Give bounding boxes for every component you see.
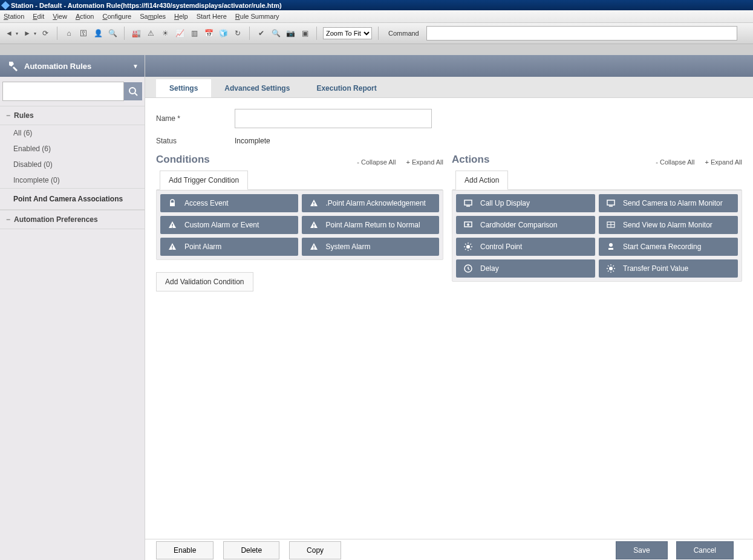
sidebar-item-assoc[interactable]: Point And Camera Associations: [0, 188, 145, 210]
chart-icon[interactable]: 📈: [174, 28, 185, 39]
key-icon[interactable]: ⚿: [78, 28, 89, 39]
menu-station[interactable]: Station: [4, 13, 24, 20]
action-item-label: Transfer Point Value: [623, 264, 688, 273]
action-item-1[interactable]: Send Camera to Alarm Monitor: [599, 194, 738, 212]
condition-item-label: Custom Alarm or Event: [184, 221, 259, 229]
cancel-button[interactable]: Cancel: [676, 541, 734, 559]
actions-collapse-all[interactable]: - Collapse All: [656, 158, 694, 166]
svg-rect-13: [465, 200, 472, 205]
window-titlebar: Station - Default - Automation Rule(http…: [0, 0, 753, 10]
condition-item-0[interactable]: Access Event: [160, 194, 298, 212]
app-icon: [1, 1, 10, 9]
window-icon[interactable]: ▣: [299, 28, 310, 39]
search-icon[interactable]: 🔍: [107, 28, 118, 39]
check-icon[interactable]: ✔: [256, 28, 267, 39]
warn-icon: [166, 219, 178, 231]
action-item-4[interactable]: Control Point: [456, 238, 595, 256]
menu-rulesummary[interactable]: Rule Summary: [235, 13, 279, 20]
sidebar-item-incomplete[interactable]: Incomplete (0): [0, 172, 145, 188]
command-label: Command: [388, 30, 419, 37]
condition-item-label: Point Alarm: [184, 243, 221, 251]
sidebar-group-rules[interactable]: −Rules: [0, 106, 145, 125]
menu-help[interactable]: Help: [174, 13, 188, 20]
alert-icon[interactable]: ⚠: [145, 28, 156, 39]
save-button[interactable]: Save: [616, 541, 667, 559]
action-item-2[interactable]: Cardholder Comparison: [456, 216, 595, 234]
enable-button[interactable]: Enable: [156, 541, 214, 559]
condition-item-label: System Alarm: [326, 243, 371, 251]
condition-item-1[interactable]: .Point Alarm Acknowledgement: [302, 194, 440, 212]
nav-forward-icon[interactable]: ►: [22, 28, 33, 39]
conditions-collapse-all[interactable]: - Collapse All: [357, 158, 396, 166]
condition-item-2[interactable]: Custom Alarm or Event: [160, 216, 298, 234]
bars-icon[interactable]: ▥: [189, 28, 200, 39]
menu-edit[interactable]: Edit: [33, 13, 44, 20]
copy-button[interactable]: Copy: [289, 541, 341, 559]
user-icon[interactable]: 👤: [93, 28, 103, 39]
main-header-bar: [145, 55, 753, 77]
action-item-7[interactable]: Transfer Point Value: [599, 259, 738, 278]
actions-title: Actions: [452, 154, 489, 166]
sidebar-item-enabled[interactable]: Enabled (6): [0, 141, 145, 157]
conditions-expand-all[interactable]: + Expand All: [406, 158, 443, 166]
menu-configure[interactable]: Configure: [102, 13, 131, 20]
action-item-3[interactable]: Send View to Alarm Monitor: [599, 216, 738, 234]
sidebar-search-input[interactable]: [2, 82, 124, 101]
delete-button[interactable]: Delete: [223, 541, 279, 559]
download-icon: [462, 219, 474, 231]
conditions-title: Conditions: [156, 154, 210, 166]
add-action-tab[interactable]: Add Action: [455, 171, 508, 190]
display-icon: [605, 197, 617, 209]
home-icon[interactable]: ⌂: [64, 28, 74, 39]
sidebar-header[interactable]: Automation Rules ▼: [0, 55, 145, 77]
action-item-0[interactable]: Call Up Display: [456, 194, 595, 212]
menu-starthere[interactable]: Start Here: [197, 13, 227, 20]
window-title: Station - Default - Automation Rule(http…: [11, 2, 282, 9]
zoom-icon[interactable]: 🔍: [270, 28, 281, 39]
svg-line-1: [135, 93, 137, 96]
svg-line-28: [465, 249, 466, 250]
chevron-down-icon[interactable]: ▼: [132, 63, 139, 70]
svg-rect-7: [313, 224, 314, 226]
command-input[interactable]: [426, 26, 737, 41]
condition-item-5[interactable]: System Alarm: [302, 238, 440, 256]
svg-rect-11: [313, 246, 314, 248]
action-item-6[interactable]: Delay: [456, 259, 595, 278]
name-input[interactable]: [235, 109, 432, 128]
tab-execution-report[interactable]: Execution Report: [303, 79, 390, 97]
condition-item-3[interactable]: Point Alarm Return to Normal: [302, 216, 440, 234]
tree-icon[interactable]: 🏭: [131, 28, 142, 39]
sidebar-group-prefs[interactable]: −Automation Preferences: [0, 210, 145, 229]
tab-settings[interactable]: Settings: [156, 79, 211, 97]
warn-icon: [308, 241, 320, 253]
sun-icon: [462, 241, 474, 253]
svg-point-33: [609, 267, 613, 270]
actions-expand-all[interactable]: + Expand All: [705, 158, 742, 166]
action-item-label: Send Camera to Alarm Monitor: [623, 199, 723, 207]
menu-samples[interactable]: Samples: [140, 13, 166, 20]
tag-icon[interactable]: 🧊: [218, 28, 229, 39]
svg-line-27: [471, 249, 472, 250]
menu-view[interactable]: View: [53, 13, 67, 20]
sync-icon[interactable]: ↻: [232, 28, 243, 39]
refresh-icon[interactable]: ⟳: [40, 28, 51, 39]
tab-advanced-settings[interactable]: Advanced Settings: [211, 79, 303, 97]
clock-icon: [462, 262, 474, 275]
action-item-label: Cardholder Comparison: [480, 221, 557, 229]
add-validation-button[interactable]: Add Validation Condition: [156, 272, 253, 291]
sidebar-item-disabled[interactable]: Disabled (0): [0, 157, 145, 172]
action-item-5[interactable]: Start Camera Recording: [599, 238, 738, 256]
zoom-select[interactable]: Zoom To Fit: [323, 27, 372, 39]
svg-rect-12: [313, 249, 314, 249]
status-label: Status: [156, 137, 235, 145]
camera-icon[interactable]: 📷: [285, 28, 296, 39]
svg-point-0: [129, 88, 135, 94]
condition-item-4[interactable]: Point Alarm: [160, 238, 298, 256]
add-trigger-tab[interactable]: Add Trigger Condition: [160, 171, 248, 190]
calendar-icon[interactable]: 📅: [203, 28, 214, 39]
sidebar-search-button[interactable]: [124, 82, 142, 100]
nav-back-icon[interactable]: ◄: [4, 28, 15, 39]
sidebar-item-all[interactable]: All (6): [0, 125, 145, 141]
menu-action[interactable]: Action: [76, 13, 94, 20]
sun-icon[interactable]: ☀: [160, 28, 171, 39]
